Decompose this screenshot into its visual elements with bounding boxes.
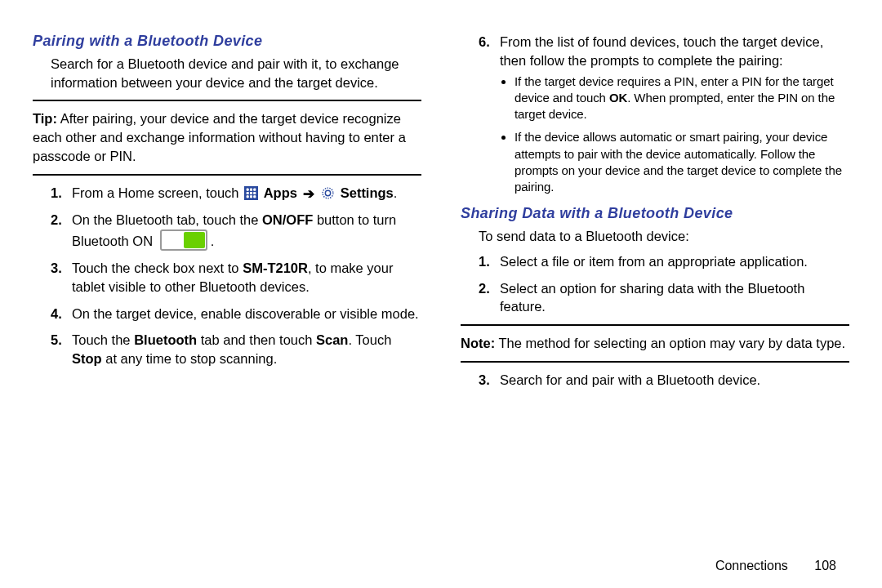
step-4: On the target device, enable discoverabl…	[72, 305, 421, 323]
text: From a Home screen, touch	[72, 185, 243, 200]
heading-pairing: Pairing with a Bluetooth Device	[33, 31, 421, 51]
bullet-pin: If the target device requires a PIN, ent…	[514, 74, 849, 123]
note-label: Note:	[461, 336, 495, 350]
ok-label: OK	[609, 91, 627, 105]
svg-point-9	[323, 188, 333, 198]
apps-label: Apps	[264, 185, 297, 200]
step-6: From the list of found devices, touch th…	[500, 33, 849, 195]
scan-label: Scan	[316, 332, 348, 347]
tip-text: After pairing, your device and the targe…	[33, 111, 406, 163]
pairing-steps-continued: From the list of found devices, touch th…	[461, 33, 849, 195]
toggle-on-icon	[160, 229, 207, 251]
text: .	[211, 234, 215, 248]
svg-point-8	[254, 195, 256, 198]
settings-icon	[321, 186, 335, 200]
svg-point-10	[325, 190, 330, 195]
text: Touch the check box next to	[72, 261, 243, 275]
divider	[33, 100, 421, 101]
svg-point-2	[254, 188, 256, 190]
arrow-right-icon: ➔	[303, 185, 314, 203]
heading-sharing: Sharing Data with a Bluetooth Device	[461, 203, 849, 224]
footer-page-number: 108	[814, 559, 836, 572]
step-3: Touch the check box next to SM-T210R, to…	[72, 259, 421, 296]
onoff-label: ON/OFF	[262, 212, 313, 227]
sharing-intro: To send data to a Bluetooth device:	[461, 227, 849, 246]
stop-label: Stop	[72, 351, 102, 366]
svg-point-6	[247, 195, 249, 198]
model-label: SM-T210R	[243, 261, 308, 275]
divider	[461, 361, 849, 363]
step-1: From a Home screen, touch Apps ➔ Setting…	[72, 184, 421, 203]
left-column: Pairing with a Bluetooth Device Search f…	[33, 26, 421, 559]
step6-bullets: If the target device requires a PIN, ent…	[500, 74, 849, 196]
bullet-smart-pair: If the device allows automatic or smart …	[514, 129, 849, 195]
divider	[461, 324, 849, 326]
text: .	[394, 185, 398, 200]
svg-point-3	[247, 192, 249, 194]
apps-icon	[244, 186, 258, 200]
svg-point-4	[250, 192, 252, 194]
text: tab and then touch	[197, 332, 316, 347]
page-footer: Connections 108	[33, 559, 849, 588]
intro-paragraph: Search for a Bluetooth device and pair w…	[33, 55, 421, 92]
pairing-steps: From a Home screen, touch Apps ➔ Setting…	[33, 184, 421, 368]
text: On the Bluetooth tab, touch the	[72, 212, 262, 227]
step-2: On the Bluetooth tab, touch the ON/OFF b…	[72, 211, 421, 251]
bluetooth-label: Bluetooth	[134, 332, 197, 347]
footer-section: Connections	[715, 559, 788, 572]
settings-label: Settings	[341, 185, 394, 200]
text: From the list of found devices, touch th…	[500, 34, 823, 68]
text: at any time to stop scanning.	[102, 351, 278, 366]
sharing-steps: Select a file or item from an appropriat…	[461, 252, 849, 316]
right-column: From the list of found devices, touch th…	[461, 26, 849, 559]
page: Pairing with a Bluetooth Device Search f…	[0, 0, 882, 588]
text: . Touch	[348, 332, 391, 347]
sharing-steps-continued: Search for and pair with a Bluetooth dev…	[461, 371, 849, 390]
svg-point-1	[250, 188, 252, 190]
note-block: Note: The method for selecting an option…	[461, 334, 849, 353]
svg-point-7	[250, 195, 252, 198]
divider	[33, 174, 421, 176]
svg-point-5	[254, 192, 256, 194]
svg-point-0	[247, 188, 249, 190]
share-step-3: Search for and pair with a Bluetooth dev…	[500, 371, 849, 390]
note-text: The method for selecting an option may v…	[495, 336, 845, 350]
two-column-layout: Pairing with a Bluetooth Device Search f…	[33, 26, 849, 559]
share-step-2: Select an option for sharing data with t…	[500, 279, 849, 317]
text: Touch the	[72, 332, 134, 347]
step-5: Touch the Bluetooth tab and then touch S…	[72, 331, 421, 368]
share-step-1: Select a file or item from an appropriat…	[500, 252, 849, 271]
tip-block: Tip: After pairing, your device and the …	[33, 109, 421, 165]
tip-label: Tip:	[33, 111, 57, 126]
